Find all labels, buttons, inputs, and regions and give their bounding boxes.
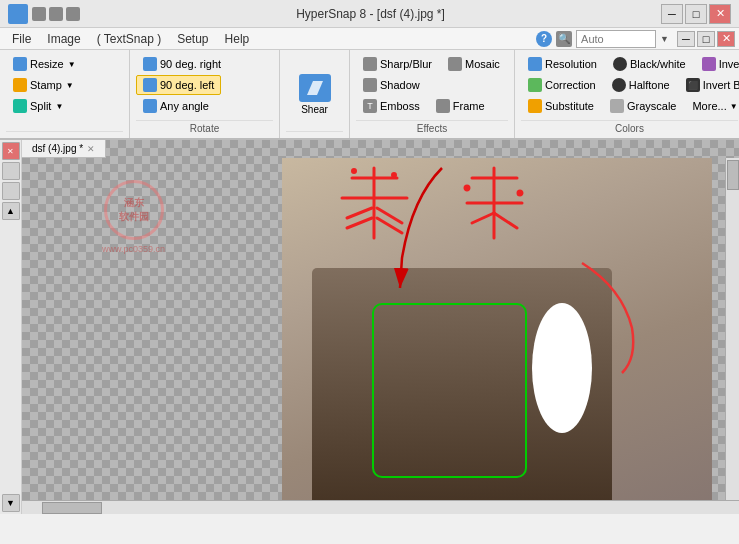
invert-colors-button[interactable]: Invert colors [695,54,739,74]
ribbon-close-btn[interactable]: ✕ [717,31,735,47]
resize-button[interactable]: Resize ▼ [6,54,83,74]
sharpblur-button[interactable]: Sharp/Blur [356,54,439,74]
scroll-up-btn[interactable]: ▲ [2,202,20,220]
rotate-90left-button[interactable]: 90 deg. left [136,75,221,95]
content-area: dsf (4).jpg * ✕ [22,140,739,514]
frame-icon [436,99,450,113]
emboss-button[interactable]: T Emboss [356,96,427,116]
watermark-circle: 涵东软件园 [104,180,164,240]
redo-icon[interactable] [49,7,63,21]
left-tool-2[interactable] [2,182,20,200]
ribbon-resize-section: Resize ▼ Stamp ▼ Split ▼ [0,50,130,138]
shear-buttons: Shear [286,54,343,131]
split-button[interactable]: Split ▼ [6,96,70,116]
auto-search-input[interactable] [576,30,656,48]
title-bar-left [8,4,80,24]
quick-access-toolbar [32,7,80,21]
menu-setup[interactable]: Setup [169,30,216,48]
ribbon-shear-section: Shear [280,50,350,138]
colors-buttons: Resolution Black/white Invert colors Cor… [521,54,738,120]
grayscale-button[interactable]: Grayscale [603,96,684,116]
menu-image[interactable]: Image [39,30,88,48]
ribbon-restore-btn[interactable]: □ [697,31,715,47]
window-controls-ribbon: ─ □ ✕ [677,31,735,47]
sharpblur-icon [363,57,377,71]
rotate-section-title: Rotate [136,120,273,134]
split-row: Split ▼ [6,96,123,116]
minimize-button[interactable]: ─ [661,4,683,24]
svg-point-17 [518,191,522,195]
help-icon[interactable]: ? [536,31,552,47]
invert-bw-icon: ⬛ [686,78,700,92]
resolution-icon [528,57,542,71]
resolution-button[interactable]: Resolution [521,54,604,74]
svg-line-15 [494,213,517,228]
grayscale-icon [610,99,624,113]
effects-section-title: Effects [356,120,508,134]
correction-button[interactable]: Correction [521,75,603,95]
rotate-left-icon [143,78,157,92]
left-tool-1[interactable] [2,162,20,180]
rotate-90right-button[interactable]: 90 deg. right [136,54,228,74]
scroll-down-btn[interactable]: ▼ [2,494,20,512]
resize-row: Resize ▼ [6,54,123,74]
close-button[interactable]: ✕ [709,4,731,24]
ribbon-effects-section: Sharp/Blur Mosaic Shadow T Emboss [350,50,515,138]
red-arrow-annotation [362,158,482,308]
left-tool-close[interactable]: ✕ [2,142,20,160]
rotate-90left-row: 90 deg. left [136,75,273,95]
frame-button[interactable]: Frame [429,96,492,116]
more-dropdown-icon[interactable]: ▼ [730,102,738,111]
shear-button[interactable]: Shear [290,59,340,131]
effects-row3: T Emboss Frame [356,96,508,116]
v-scrollbar-thumb[interactable] [727,160,739,190]
maximize-button[interactable]: □ [685,4,707,24]
horizontal-scrollbar[interactable] [22,500,739,514]
ribbon-colors-section: Resolution Black/white Invert colors Cor… [515,50,739,138]
title-bar: HyperSnap 8 - [dsf (4).jpg *] ─ □ ✕ [0,0,739,28]
correction-icon [528,78,542,92]
rotate-right-icon [143,57,157,71]
search-icon[interactable]: 🔍 [556,31,572,47]
tab-close-icon[interactable]: ✕ [87,144,95,154]
blackwhite-button[interactable]: Black/white [606,54,693,74]
rotate-any-row: Any angle [136,96,273,116]
resize-dropdown[interactable]: ▼ [68,60,76,69]
shear-icon [299,74,331,102]
search-dropdown-icon[interactable]: ▼ [660,34,669,44]
substitute-button[interactable]: Substitute [521,96,601,116]
menu-help[interactable]: Help [217,30,258,48]
split-icon [13,99,27,113]
mosaic-button[interactable]: Mosaic [441,54,507,74]
ribbon-rotate-section: 90 deg. right 90 deg. left Any angle Rot… [130,50,280,138]
red-curve [572,258,652,378]
undo-icon[interactable] [32,7,46,21]
main-area: ✕ ▲ ▼ dsf (4).jpg * ✕ [0,140,739,514]
more-button[interactable]: More... ▼ [685,96,739,116]
stamp-button[interactable]: Stamp ▼ [6,75,81,95]
app-icon [8,4,28,24]
halftone-button[interactable]: Halftone [605,75,677,95]
stamp-row: Stamp ▼ [6,75,123,95]
menu-file[interactable]: File [4,30,39,48]
rotate-any-button[interactable]: Any angle [136,96,216,116]
menu-bar: File Image ( TextSnap ) Setup Help ? 🔍 ▼… [0,28,739,50]
menu-textsnap[interactable]: ( TextSnap ) [89,30,169,48]
colors-section-title: Colors [521,120,738,134]
h-scrollbar-thumb[interactable] [42,502,102,514]
vertical-scrollbar[interactable] [725,158,739,500]
effects-row1: Sharp/Blur Mosaic [356,54,508,74]
save-icon[interactable] [66,7,80,21]
ribbon-minimize-btn[interactable]: ─ [677,31,695,47]
stamp-dropdown[interactable]: ▼ [66,81,74,90]
shear-section-title [286,131,343,134]
svg-marker-0 [307,81,323,95]
ribbon: Resize ▼ Stamp ▼ Split ▼ [0,50,739,140]
split-dropdown[interactable]: ▼ [55,102,63,111]
shadow-button[interactable]: Shadow [356,75,427,95]
image-canvas [282,158,712,514]
resize-section-title [6,131,123,134]
selection-rectangle[interactable] [372,303,527,478]
image-tab[interactable]: dsf (4).jpg * ✕ [22,140,106,157]
invert-bw-button[interactable]: ⬛ Invert B&W [679,75,739,95]
